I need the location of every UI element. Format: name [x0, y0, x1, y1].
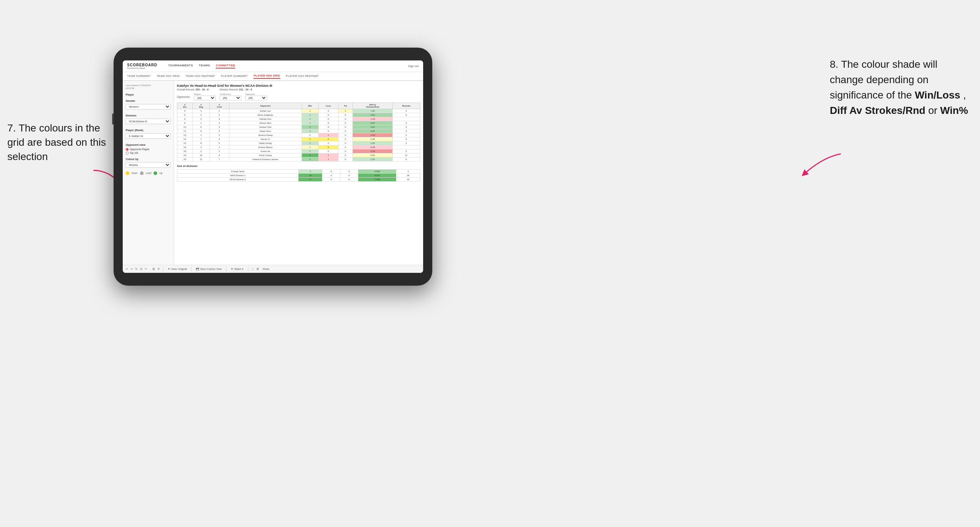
cell-conf: 5 — [210, 141, 229, 145]
annotation-right: 8. The colour shade will change dependin… — [830, 57, 969, 118]
toolbar-save-custom[interactable]: 💾 Save Custom View — [194, 267, 223, 271]
cell-tie: 0 — [338, 145, 353, 149]
cell-loss: 0 — [318, 113, 338, 117]
division-record: Division Record: 331 - 34 - 6 — [220, 88, 252, 91]
tablet-side-button[interactable] — [112, 114, 114, 124]
region-filter: Region (All) — [194, 93, 216, 100]
cell-win: 1 — [302, 117, 318, 121]
cell-reg: 1 — [192, 109, 210, 113]
sub-nav-player-summary[interactable]: PLAYER SUMMARY — [221, 75, 248, 78]
toolbar-redo1[interactable]: ↪ — [130, 267, 133, 271]
annotation-right-text3: or — [928, 105, 940, 116]
legend-level-label: Level — [146, 172, 152, 174]
cell-rounds — [392, 117, 420, 121]
toolbar-view-original[interactable]: 👁 View: Original — [166, 267, 188, 271]
colour-by-select[interactable]: Win/loss Diff Av Strokes/Rnd Win% — [126, 162, 171, 168]
cell-diff: -3.00 — [353, 133, 392, 137]
nav-committee[interactable]: COMMITTEE — [216, 64, 235, 68]
sub-nav-team-summary[interactable]: TEAM SUMMARY — [127, 75, 151, 78]
cell-tie: 0 — [338, 121, 353, 125]
toolbar-grid[interactable]: ⊡ — [140, 267, 143, 271]
toolbar-redo2[interactable]: ↻ — [135, 267, 138, 271]
cell-opponent: Euna Lee — [229, 149, 302, 154]
filters-row: Opponents: Region (All) Conference (All) — [177, 93, 420, 100]
col-rounds: Rounds — [392, 103, 420, 109]
cell-div: 13 — [177, 133, 193, 137]
cell-opponent: Andrea York — [229, 125, 302, 129]
toolbar-watch[interactable]: 👁 Watch ▾ — [229, 267, 245, 271]
cell-ood-tie: 0 — [340, 174, 358, 178]
cell-ood-rounds: 10 — [396, 178, 420, 182]
cell-diff: 0.30 — [353, 154, 392, 157]
toolbar-undo[interactable]: ↩ — [126, 267, 128, 271]
sub-nav-team-h2h-grid[interactable]: TEAM H2H GRID — [157, 75, 180, 78]
gender-select[interactable]: Women's Men's — [126, 104, 171, 110]
col-win: Win — [302, 103, 318, 109]
cell-conf: 4 — [210, 121, 229, 125]
legend-level-dot — [140, 171, 143, 175]
cell-conf: 1 — [210, 145, 229, 149]
cell-reg: 8 — [192, 141, 210, 145]
cell-diff: 4.00 — [353, 125, 392, 129]
cell-diff: 1.25 — [353, 141, 392, 145]
cell-rounds: 3 — [392, 129, 420, 133]
cell-div: 6 — [177, 117, 193, 121]
panel-player-rank-label: Player (Rank) — [126, 129, 171, 132]
cell-rounds: 3 — [392, 121, 420, 125]
cell-reg: 3 — [192, 145, 210, 149]
cell-tie: 0 — [338, 149, 353, 154]
toolbar-share[interactable]: Share — [261, 267, 271, 271]
legend-up-dot — [153, 171, 157, 175]
cell-div: 5 — [177, 113, 193, 117]
cell-tie: 0 — [338, 125, 353, 129]
toolbar-export1[interactable]: ⬚ — [251, 267, 254, 271]
cell-rounds: 4 — [392, 125, 420, 129]
cell-reg: 11 — [192, 157, 210, 162]
cell-opponent: Alexis Sudjianto — [229, 113, 302, 117]
cell-opponent: Heejo Hyun — [229, 129, 302, 133]
toolbar-export2[interactable]: ⊞ — [256, 267, 259, 271]
toolbar-cut[interactable]: ✂ — [145, 267, 147, 271]
col-div: #Div — [177, 103, 193, 109]
division-select[interactable]: NCAA Division III NCAA Division I NCAA D… — [126, 119, 171, 124]
cell-diff: 0.38 — [353, 137, 392, 141]
sub-nav-player-h2h-grid[interactable]: PLAYER H2H GRID — [253, 74, 280, 79]
cell-div: 11 — [177, 129, 193, 133]
table-row: 13 1 1 Jessica Huang 0 1 0 -3.00 2 — [177, 133, 420, 137]
cell-reg: 7 — [192, 137, 210, 141]
toolbar-timer[interactable]: ⏱ — [157, 267, 160, 271]
nav-teams[interactable]: TEAMS — [199, 64, 210, 68]
table-row: 3 1 1 Esther Lee 1 0 1 1.50 4 — [177, 109, 420, 113]
cell-loss: 0 — [318, 141, 338, 145]
panel-player-label: Player — [126, 93, 171, 96]
nav-tournaments[interactable]: TOURNAMENTS — [168, 64, 193, 68]
player-rank-select[interactable]: 8. Katelyn Vo — [126, 133, 171, 139]
cell-tie: 0 — [338, 154, 353, 157]
cell-loss: 2 — [318, 137, 338, 141]
opponent-select[interactable]: (All) — [245, 95, 267, 100]
region-select[interactable]: (All) — [194, 95, 216, 100]
nav-sign-out[interactable]: Sign out — [408, 65, 419, 68]
cell-tie: 0 — [338, 133, 353, 137]
toolbar-sep3 — [226, 267, 226, 271]
cell-conf: 3 — [210, 117, 229, 121]
cell-div: 15 — [177, 141, 193, 145]
cell-tie: 0 — [338, 129, 353, 133]
cell-reg: 1 — [192, 133, 210, 137]
cell-div: 18 — [177, 149, 193, 154]
cell-ood-tie: 0 — [340, 178, 358, 182]
cell-loss: 1 — [318, 133, 338, 137]
cell-ood-rounds: 30 — [396, 174, 420, 178]
annotation-left-text: The colours in the grid are based on thi… — [7, 122, 106, 162]
cell-opponent: Federica Domecq Lacroze — [229, 157, 302, 162]
sub-nav-player-h2h-heatmap[interactable]: PLAYER H2H HEATMAP — [286, 75, 319, 78]
cell-diff: 1.50 — [353, 109, 392, 113]
conference-select[interactable]: (All) — [220, 95, 242, 100]
toolbar-add[interactable]: ⊞ — [153, 267, 155, 271]
sub-nav-team-h2h-heatmap[interactable]: TEAM H2H HEATMAP — [185, 75, 215, 78]
toolbar-sep2 — [191, 267, 192, 271]
radio-top100[interactable]: Top 100 — [126, 152, 171, 154]
cell-loss: 2 — [318, 145, 338, 149]
cell-reg: 2 — [192, 149, 210, 154]
radio-opponents-played[interactable]: Opponents Played — [126, 148, 171, 151]
